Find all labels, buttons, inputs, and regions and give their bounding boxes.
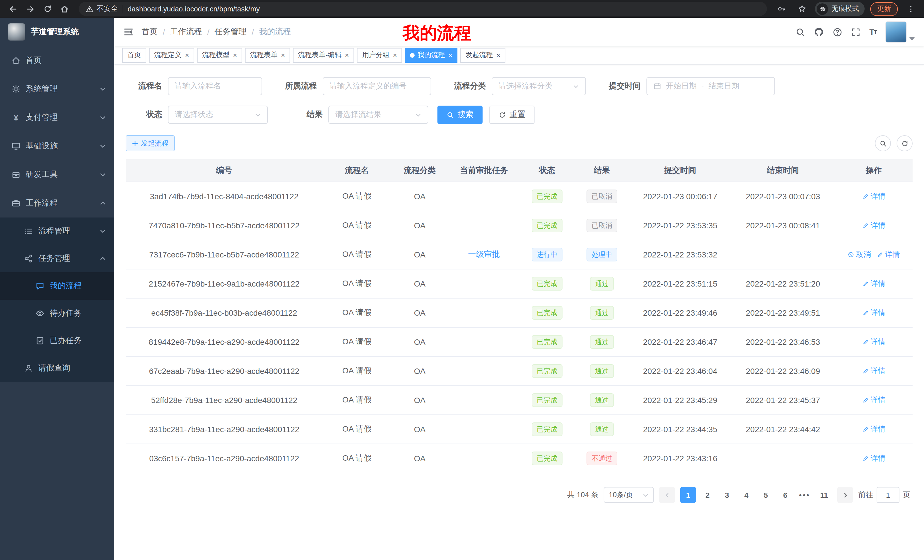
detail-link[interactable]: 详情 — [862, 279, 885, 289]
forward-icon[interactable] — [23, 2, 38, 16]
result-badge: 已取消 — [586, 190, 617, 203]
close-icon[interactable]: × — [281, 52, 285, 58]
refresh-table-button[interactable] — [897, 135, 913, 151]
cell-name: OA 请假 — [322, 269, 391, 298]
breadcrumb-item: 我的流程 — [259, 27, 291, 37]
detail-link[interactable]: 详情 — [862, 337, 885, 347]
cell-actions: 详情 — [835, 211, 913, 240]
page-size-select[interactable]: 10条/页 — [604, 487, 654, 503]
tab-label: 发起流程 — [465, 50, 493, 60]
table-toolbar: 发起流程 — [126, 135, 913, 151]
task-link[interactable]: 一级审批 — [468, 250, 500, 259]
sidebar-item-7[interactable]: 任务管理 — [0, 245, 114, 272]
cell-end-time: 2022-01-23 00:07:03 — [731, 182, 835, 211]
update-button[interactable]: 更新 — [870, 2, 898, 16]
reload-icon[interactable] — [40, 2, 55, 16]
page-number-11[interactable]: 11 — [816, 487, 832, 503]
tab-5[interactable]: 用户分组 × — [357, 48, 402, 63]
more-pages-icon[interactable]: ••• — [796, 487, 813, 503]
tab-6[interactable]: 我的流程 × — [405, 48, 458, 63]
close-icon[interactable]: × — [345, 52, 349, 58]
page-number-2[interactable]: 2 — [700, 487, 716, 503]
tab-4[interactable]: 流程表单-编辑 × — [293, 48, 354, 63]
detail-link[interactable]: 详情 — [862, 220, 885, 231]
close-icon[interactable]: × — [185, 52, 189, 58]
cancel-link[interactable]: 取消 — [848, 250, 871, 260]
key-icon[interactable] — [774, 2, 789, 16]
sidebar-item-6[interactable]: 流程管理 — [0, 217, 114, 245]
goto-page-input[interactable] — [877, 487, 900, 503]
close-icon[interactable]: × — [448, 52, 452, 58]
result-select[interactable]: 请选择流结果 — [328, 106, 428, 124]
user-menu[interactable] — [885, 21, 915, 43]
breadcrumb-item[interactable]: 工作流程 — [170, 27, 202, 37]
github-icon[interactable] — [814, 27, 824, 37]
url-text[interactable]: dashboard.yudao.iocoder.cn/bpm/task/my — [128, 5, 260, 13]
status-badge: 已完成 — [532, 219, 562, 232]
bookmark-star-icon[interactable] — [794, 2, 809, 16]
breadcrumb-item[interactable]: 首页 — [142, 27, 158, 37]
prev-page-button[interactable] — [659, 487, 675, 503]
security-label: 不安全 — [96, 4, 118, 14]
home-icon[interactable] — [57, 2, 72, 16]
page-number-1[interactable]: 1 — [680, 487, 696, 503]
detail-link[interactable]: 详情 — [877, 250, 900, 260]
share-icon — [24, 254, 33, 263]
reset-button[interactable]: 重置 — [489, 106, 534, 124]
tab-1[interactable]: 流程定义 × — [149, 48, 194, 63]
font-size-icon[interactable]: TT — [870, 27, 877, 36]
search-icon[interactable] — [796, 27, 806, 37]
sidebar-item-10[interactable]: 已办任务 — [0, 327, 114, 355]
tab-3[interactable]: 流程表单 × — [245, 48, 290, 63]
tab-0[interactable]: 首页 — [122, 48, 146, 63]
page-number-5[interactable]: 5 — [758, 487, 774, 503]
help-icon[interactable] — [833, 27, 843, 37]
pen-icon — [862, 338, 869, 345]
address-bar[interactable]: 不安全 dashboard.yudao.iocoder.cn/bpm/task/… — [79, 2, 767, 16]
close-icon[interactable]: × — [496, 52, 500, 58]
search-button[interactable]: 搜索 — [438, 106, 483, 124]
cell-category: OA — [391, 386, 448, 415]
page-number-3[interactable]: 3 — [719, 487, 735, 503]
sidebar-item-3[interactable]: 基础设施 — [0, 132, 114, 160]
tab-2[interactable]: 流程模型 × — [197, 48, 242, 63]
next-page-button[interactable] — [837, 487, 853, 503]
page-number-4[interactable]: 4 — [738, 487, 754, 503]
status-select[interactable]: 请选择状态 — [168, 106, 268, 124]
close-icon[interactable]: × — [393, 52, 397, 58]
fullscreen-icon[interactable] — [851, 27, 861, 37]
create-process-button[interactable]: 发起流程 — [126, 135, 175, 151]
detail-link[interactable]: 详情 — [862, 453, 885, 464]
sidebar-item-11[interactable]: 请假查询 — [0, 355, 114, 382]
cell-id: 3ad174fb-7b9d-11ec-8404-acde48001122 — [126, 182, 322, 211]
sidebar-item-9[interactable]: 待办任务 — [0, 300, 114, 327]
date-range-picker[interactable]: 开始日期 - 结束日期 — [646, 77, 775, 95]
close-icon[interactable]: × — [233, 52, 237, 58]
sidebar-item-5[interactable]: 工作流程 — [0, 189, 114, 217]
detail-link[interactable]: 详情 — [862, 308, 885, 318]
hamburger-icon[interactable] — [123, 27, 134, 37]
page-number-6[interactable]: 6 — [777, 487, 793, 503]
process-def-input[interactable]: 请输入流程定义的编号 — [322, 77, 431, 95]
security-warning[interactable]: 不安全 — [86, 4, 118, 14]
detail-link[interactable]: 详情 — [862, 191, 885, 202]
sidebar-item-8[interactable]: 我的流程 — [0, 272, 114, 300]
detail-link[interactable]: 详情 — [862, 424, 885, 434]
detail-link[interactable]: 详情 — [862, 395, 885, 405]
sidebar-item-2[interactable]: ¥ 支付管理 — [0, 103, 114, 132]
toggle-search-button[interactable] — [875, 135, 891, 151]
tab-7[interactable]: 发起流程 × — [460, 48, 506, 63]
process-name-input[interactable]: 请输入流程名 — [168, 77, 262, 95]
sidebar-item-4[interactable]: 研发工具 — [0, 160, 114, 189]
logo-image — [8, 23, 25, 40]
logo[interactable]: 芋道管理系统 — [0, 18, 114, 46]
sidebar-item-0[interactable]: 首页 — [0, 46, 114, 75]
table-header-row: 编号流程名流程分类当前审批任务状态结果提交时间结束时间操作 — [126, 159, 913, 182]
menu-dots-icon[interactable] — [903, 2, 918, 16]
back-icon[interactable] — [6, 2, 21, 16]
detail-link[interactable]: 详情 — [862, 366, 885, 376]
sidebar-item-1[interactable]: 系统管理 — [0, 75, 114, 103]
incognito-badge[interactable]: 无痕模式 — [815, 2, 865, 16]
breadcrumb-item[interactable]: 任务管理 — [215, 27, 247, 37]
category-select[interactable]: 请选择流程分类 — [492, 77, 586, 95]
